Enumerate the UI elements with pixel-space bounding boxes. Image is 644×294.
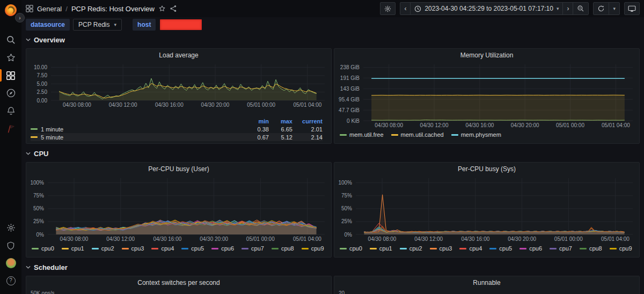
svg-text:05/01 04:00: 05/01 04:00 [602,122,630,128]
sidebar-plugin-button[interactable] [0,120,21,137]
variable-datasource-label[interactable]: datasource [26,19,70,31]
legend-label: cpu7 [559,245,572,252]
legend-item-cpu5[interactable]: cpu5 [489,245,512,252]
sidebar-explore-button[interactable] [0,84,21,102]
legend-swatch [580,248,587,249]
legend-swatch [62,248,69,249]
svg-text:143 GiB: 143 GiB [340,86,360,92]
legend-item-cpu1[interactable]: cpu1 [370,245,392,252]
legend-item-cpu7[interactable]: cpu7 [550,245,572,252]
breadcrumb-folder-link[interactable]: General [37,5,62,13]
legend-label: cpu5 [191,245,204,252]
memory-utilization-chart[interactable]: 04/30 08:0004/30 12:0004/30 16:0004/30 2… [334,62,639,129]
row-header-overview[interactable]: Overview [26,35,640,44]
legend-item-5-minute[interactable]: 5 minute [31,134,245,141]
sidebar-help-button[interactable]: ? [0,272,21,290]
cpu-sys-legend: cpu0cpu1cpu2cpu3cpu4cpu5cpu6cpu7cpu8cpu9… [334,243,639,257]
time-shift-back-button[interactable]: ‹ [400,3,411,14]
chart-canvas[interactable]: 04/30 08:0004/30 12:0004/30 16:0004/30 2… [334,62,639,129]
dashboard-settings-button[interactable] [380,2,396,15]
svg-text:100%: 100% [338,180,352,186]
panel-title[interactable]: Per-CPU busy (User) [26,163,331,175]
panel-title[interactable]: Context switches per second [26,276,331,289]
legend-item-cpu7[interactable]: cpu7 [241,245,264,252]
time-zoom-out-button[interactable] [573,3,588,14]
legend-label: cpu4 [469,245,482,252]
legend-item-cpu8[interactable]: cpu8 [580,245,602,252]
legend-sort-min[interactable]: min [245,118,269,124]
context-switches-chart[interactable]: 50K ops/s [26,289,331,294]
refresh-interval-button[interactable]: ▾ [609,3,619,14]
panel-title[interactable]: Per-CPU busy (Sys) [334,163,639,175]
legend-item-cpu4[interactable]: cpu4 [151,245,174,252]
panel-memory-utilization: Memory Utilization 04/30 08:0004/30 12:0… [334,48,640,144]
svg-text:75%: 75% [33,193,44,199]
row-header-cpu[interactable]: CPU [26,149,640,158]
star-dashboard-button[interactable] [158,5,166,12]
chart-canvas[interactable]: 04/30 08:0004/30 12:0004/30 16:0004/30 2… [334,175,639,243]
panel-title[interactable]: Runnable [334,276,639,289]
chart-canvas[interactable]: 04/30 08:0004/30 12:0004/30 16:0004/30 2… [26,175,331,243]
star-icon [6,53,16,63]
legend-item-cpu6[interactable]: cpu6 [211,245,234,252]
legend-item-cpu8[interactable]: cpu8 [272,245,294,252]
legend-sort-current[interactable]: current [292,118,323,124]
sidebar-admin-button[interactable] [0,237,21,254]
sidebar-profile-button[interactable] [0,254,21,272]
legend-item-cpu2[interactable]: cpu2 [400,245,422,252]
star-icon [158,5,166,12]
svg-text:0 KiB: 0 KiB [347,118,360,124]
legend-item-mem-util-free[interactable]: mem.util.free [340,131,384,138]
legend-item-cpu2[interactable]: cpu2 [92,245,114,252]
time-shift-forward-button[interactable]: › [563,3,573,14]
legend-item-mem-util-cached[interactable]: mem.util.cached [391,131,444,138]
sidebar-alerting-button[interactable] [0,102,21,120]
load-average-chart[interactable]: 04/30 08:0004/30 12:0004/30 16:0004/30 2… [26,62,331,109]
sidebar-starred-button[interactable] [0,49,21,67]
legend-item-cpu5[interactable]: cpu5 [181,245,204,252]
sidebar-dashboards-button[interactable] [0,67,21,84]
legend-item-cpu6[interactable]: cpu6 [519,245,542,252]
sidebar-expand-button[interactable]: › [15,13,25,23]
sidebar-search-button[interactable] [0,31,21,49]
legend-item-mem-physmem[interactable]: mem.physmem [451,131,501,138]
svg-text:04/30 12:00: 04/30 12:00 [106,236,135,242]
row-header-scheduler[interactable]: Scheduler [26,263,640,271]
svg-text:05/01 04:00: 05/01 04:00 [293,236,321,242]
sidebar-configuration-button[interactable] [0,219,21,237]
legend-item-cpu9[interactable]: cpu9 [302,245,324,252]
time-range-button[interactable]: 2023-04-30 04:25:29 to 2023-05-01 07:17:… [411,3,563,14]
chevron-down-icon [26,152,31,155]
compass-icon [6,88,16,98]
legend-swatch [340,134,347,136]
legend-item-cpu3[interactable]: cpu3 [122,245,144,252]
legend-label: cpu9 [311,245,324,252]
share-dashboard-button[interactable] [170,5,177,12]
legend-item-cpu4[interactable]: cpu4 [459,245,482,252]
svg-text:50%: 50% [341,205,352,211]
legend-item-cpu0[interactable]: cpu0 [32,245,54,252]
legend-current-value: 2.01 [292,126,323,133]
legend-item-cpu0[interactable]: cpu0 [340,245,362,252]
variable-host-label[interactable]: host [133,19,156,31]
refresh-button[interactable] [594,3,609,14]
panel-title[interactable]: Memory Utilization [334,49,639,62]
legend-item-cpu3[interactable]: cpu3 [430,245,452,252]
cpu-user-chart[interactable]: 04/30 08:0004/30 12:0004/30 16:0004/30 2… [26,175,331,243]
cpu-sys-chart[interactable]: 04/30 08:0004/30 12:0004/30 16:0004/30 2… [334,175,639,243]
dashboard-content: Overview Load average 04/30 08:0004/30 1… [21,31,644,294]
chart-canvas[interactable]: 04/30 08:0004/30 12:0004/30 16:0004/30 2… [26,62,331,109]
runnable-chart[interactable]: 20 [334,289,639,294]
variable-datasource-select[interactable]: PCP Redis ▾ [73,19,122,31]
axis-tick-label: 50K ops/s [31,290,54,294]
panel-title[interactable]: Load average [26,49,331,62]
legend-item-cpu1[interactable]: cpu1 [62,245,84,252]
variable-host-value-redacted[interactable] [160,19,202,30]
legend-swatch [31,128,38,130]
legend-item-1-minute[interactable]: 1 minute [31,126,245,133]
kiosk-mode-button[interactable] [624,2,640,15]
legend-item-cpu9[interactable]: cpu9 [610,245,632,252]
svg-text:05/01 00:00: 05/01 00:00 [247,102,275,108]
legend-current-value: 2.14 [292,134,323,141]
legend-sort-max[interactable]: max [269,118,292,124]
